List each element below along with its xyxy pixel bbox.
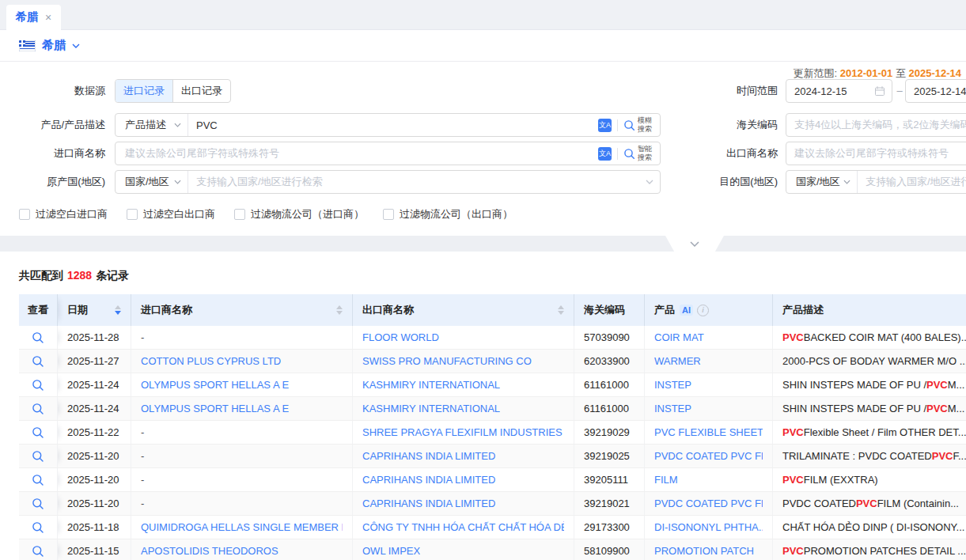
view-detail-icon[interactable] (32, 331, 44, 344)
view-detail-icon[interactable] (32, 355, 44, 368)
view-cell (19, 421, 58, 444)
importer-link[interactable]: APOSTOLIDIS THEODOROS (141, 545, 278, 557)
view-detail-icon[interactable] (32, 474, 44, 486)
view-detail-icon[interactable] (32, 379, 44, 392)
product-search-group: 产品描述 PVC 文A 模糊搜索 (115, 113, 661, 137)
filter-blank-importer-checkbox[interactable]: 过滤空白进口商 (19, 207, 108, 221)
product-link[interactable]: FILM (654, 474, 678, 486)
importer-link: - (141, 426, 144, 438)
importer-link[interactable]: OLYMPUS SPORT HELLAS A E (141, 379, 289, 391)
product-link[interactable]: COIR MAT (654, 331, 704, 343)
destination-country-group: 国家/地区 支持输入国家/地区进行检索 (786, 170, 966, 194)
divider (617, 119, 618, 131)
translate-icon[interactable]: 文A (598, 119, 612, 132)
tab-bar: 希腊 × (0, 0, 966, 30)
checkbox-icon (383, 209, 394, 220)
exporter-link[interactable]: KASHMIRY INTERNATIONAL (362, 379, 500, 391)
date-from-input[interactable]: 2024-12-15 (786, 79, 892, 103)
exporter-link[interactable]: SHREE PRAGYA FLEXIFILM INDUSTRIES (362, 426, 563, 438)
sort-control-importer[interactable] (336, 305, 343, 315)
hs-code-input[interactable]: 支持4位以上海关编码，或2位海关编码加 (786, 113, 966, 137)
results-count: 1288 (67, 269, 92, 282)
smart-search-button[interactable]: 智能搜索 (623, 145, 653, 162)
data-source-label: 数据源 (0, 79, 105, 103)
origin-country-select[interactable]: 国家/地区 (116, 171, 188, 193)
column-importer[interactable]: 进口商名称 (131, 294, 353, 326)
exporter-link[interactable]: KASHMIRY INTERNATIONAL (362, 403, 500, 414)
importer-search-group: 建议去除公司尾部字符或特殊符号 文A 智能搜索 (115, 142, 661, 165)
product-link[interactable]: INSTEP (654, 403, 691, 414)
filter-label: 过滤空白进口商 (36, 207, 108, 221)
sort-control-exporter[interactable] (558, 305, 564, 315)
view-detail-icon[interactable] (32, 521, 44, 534)
product-field-select[interactable]: 产品描述 (116, 114, 188, 136)
destination-country-select[interactable]: 国家/地区 (786, 171, 858, 193)
info-icon[interactable]: i (697, 305, 709, 316)
table-row: 2025-11-20 - CAPRIHANS INDIA LIMITED 392… (19, 468, 966, 492)
date-cell: 2025-11-20 (58, 445, 131, 467)
exporter-input[interactable]: 建议去除公司尾部字符或特殊符号 (786, 142, 966, 165)
chevron-down-icon[interactable] (72, 44, 80, 48)
view-cell (19, 326, 58, 349)
importer-link[interactable]: QUIMIDROGA HELLAS SINGLE MEMBER PC (141, 521, 343, 533)
fuzzy-search-button[interactable]: 模糊搜索 (623, 116, 653, 134)
view-detail-icon[interactable] (32, 498, 44, 510)
column-date[interactable]: 日期 (58, 294, 131, 326)
chevron-down-icon (843, 180, 850, 184)
description-cell: PVC BACKED COIR MAT (400 BALES)... (773, 326, 966, 349)
view-detail-icon[interactable] (32, 426, 44, 439)
exporter-link[interactable]: FLOOR WORLD (362, 331, 439, 343)
view-detail-icon[interactable] (32, 545, 44, 558)
importer-input[interactable]: 建议去除公司尾部字符或特殊符号 (116, 146, 598, 161)
close-icon[interactable]: × (45, 11, 51, 24)
destination-country-input[interactable]: 支持输入国家/地区进行检索 (858, 175, 966, 189)
translate-icon[interactable]: 文A (598, 147, 612, 161)
exporter-label: 出口商名称 (680, 142, 778, 165)
exporter-link[interactable]: CAPRIHANS INDIA LIMITED (362, 450, 495, 462)
importer-link[interactable]: COTTON PLUS CYPRUS LTD (141, 355, 281, 367)
product-link[interactable]: PVDC COATED PVC FIL... (654, 498, 763, 509)
importer-link[interactable]: OLYMPUS SPORT HELLAS A E (141, 403, 289, 414)
product-link[interactable]: PROMOTION PATCH (654, 545, 754, 557)
page-header: 希腊 (0, 30, 966, 62)
sort-control-date[interactable] (115, 305, 121, 315)
filter-logistics-exporter-checkbox[interactable]: 过滤物流公司（出口商） (383, 207, 513, 221)
filter-blank-exporter-checkbox[interactable]: 过滤空白出口商 (127, 207, 215, 221)
view-detail-icon[interactable] (32, 450, 44, 463)
importer-link: - (141, 450, 144, 462)
product-link[interactable]: PVDC COATED PVC FIL... (654, 450, 763, 462)
keyword-highlight: PVC (782, 331, 804, 343)
description-text: M... (948, 379, 965, 391)
product-link[interactable]: INSTEP (654, 379, 691, 391)
product-search-input[interactable]: PVC (188, 119, 598, 131)
exporter-link[interactable]: OWL IMPEX (362, 545, 420, 557)
product-link[interactable]: WARMER (654, 355, 701, 367)
exporter-link[interactable]: SWISS PRO MANUFACTURING CO (362, 355, 532, 367)
exporter-link[interactable]: CÔNG TY TNHH HÓA CHẤT CHẤT HÓA DẺ... (362, 521, 564, 533)
exporter-link[interactable]: CAPRIHANS INDIA LIMITED (362, 474, 495, 486)
hs-code-cell: 61161000 (574, 373, 645, 396)
app-window: 希腊 × 希腊 更新范围: 2012-01-01 至 2025-12-14 数据… (0, 0, 966, 560)
export-records-tab[interactable]: 出口记录 (172, 80, 230, 102)
collapse-panel-button[interactable] (665, 236, 724, 252)
tab-greece[interactable]: 希腊 × (6, 5, 61, 30)
destination-select-value: 国家/地区 (796, 175, 840, 189)
filter-logistics-importer-checkbox[interactable]: 过滤物流公司（进口商） (234, 207, 364, 221)
view-detail-icon[interactable] (32, 403, 44, 415)
destination-country-label: 目的国(地区) (680, 170, 778, 194)
smart-search-label: 智能搜索 (638, 145, 653, 162)
exporter-link[interactable]: CAPRIHANS INDIA LIMITED (362, 498, 495, 509)
import-records-tab[interactable]: 进口记录 (116, 80, 172, 102)
origin-country-input[interactable]: 支持输入国家/地区进行检索 (188, 175, 646, 189)
column-importer-label: 进口商名称 (141, 303, 192, 317)
date-to-input[interactable]: 2025-12-14 (905, 79, 966, 103)
update-range-to: 2025-12-14 (909, 67, 962, 79)
keyword-highlight: PVC (782, 545, 804, 557)
product-link[interactable]: PVC FLEXIBLE SHEET F... (654, 426, 763, 438)
ai-badge: AI (680, 305, 693, 316)
product-link[interactable]: DI-ISONONYL PHTHA... (654, 521, 763, 533)
time-range-label: 时间范围 (680, 79, 778, 103)
description-text: F... (953, 450, 966, 462)
column-exporter[interactable]: 出口商名称 (353, 294, 574, 326)
hs-code-cell: 58109900 (574, 539, 645, 560)
